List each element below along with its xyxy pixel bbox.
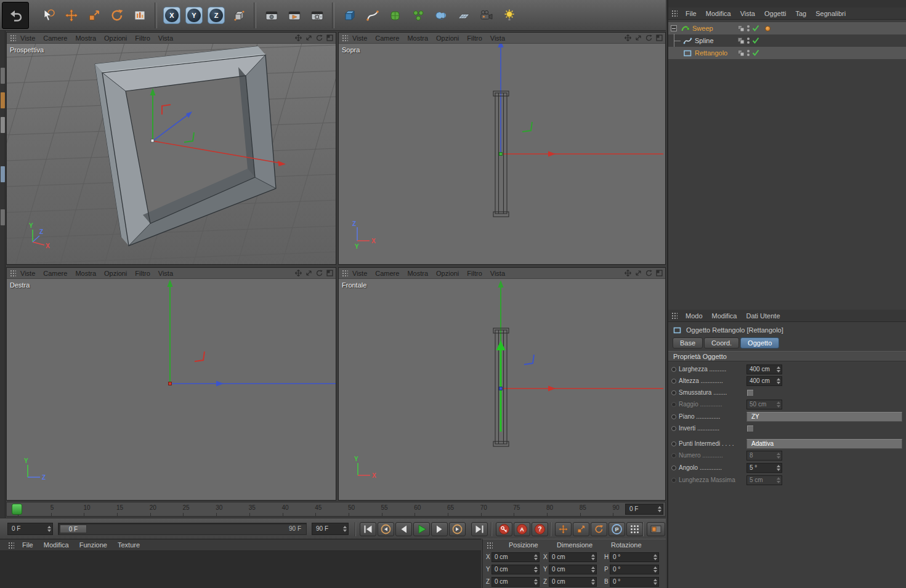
enabled-check-icon[interactable] <box>752 37 759 44</box>
goto-start-button[interactable] <box>360 522 376 536</box>
grip-icon[interactable] <box>671 312 677 320</box>
menu-texture[interactable]: Texture <box>118 541 140 549</box>
menu-opzioni[interactable]: Opzioni <box>104 270 127 277</box>
record-pla-button[interactable] <box>626 522 643 536</box>
object-name[interactable]: Sweep <box>692 25 713 32</box>
current-frame-field[interactable]: 0 F <box>7 523 53 535</box>
slider-handle[interactable]: 0 F <box>60 525 87 533</box>
menu-vista[interactable]: Vista <box>490 270 505 277</box>
spinner[interactable] <box>775 452 781 459</box>
tag-dot[interactable] <box>765 26 771 31</box>
grip-icon[interactable] <box>671 10 677 17</box>
menu-modifica[interactable]: Modifica <box>44 541 69 549</box>
menu-filtro[interactable]: Filtro <box>467 34 482 42</box>
move-tool-button[interactable] <box>60 3 82 28</box>
animation-dot[interactable] <box>671 453 676 458</box>
viewport-perspective[interactable]: Y X Z Viste Camere Mostra Opzioni Filtro… <box>6 32 336 265</box>
floor-button[interactable] <box>453 3 474 28</box>
spinner[interactable] <box>590 578 596 586</box>
spinner[interactable] <box>775 477 781 484</box>
grip-icon[interactable] <box>10 270 16 277</box>
tab-coord[interactable]: Coord. <box>704 337 739 348</box>
rot-h-field[interactable]: 0 ° <box>610 552 659 562</box>
spinner[interactable] <box>652 566 658 573</box>
object-name[interactable]: Spline <box>695 37 714 44</box>
menu-oggetti[interactable]: Oggetti <box>764 10 786 17</box>
autokey-button[interactable]: A <box>514 522 530 536</box>
zoom-icon[interactable] <box>634 34 642 42</box>
grip-icon[interactable] <box>10 34 16 42</box>
menu-tag[interactable]: Tag <box>795 10 806 17</box>
animation-dot[interactable] <box>671 465 676 470</box>
rot-p-field[interactable]: 0 ° <box>610 565 659 574</box>
render-view-button[interactable] <box>261 3 282 28</box>
toggle-view-icon[interactable] <box>655 269 663 277</box>
timeline-frame-field[interactable]: 0 F <box>625 504 663 515</box>
tab-base[interactable]: Base <box>673 337 703 348</box>
menu-modifica[interactable]: Modifica <box>712 312 737 320</box>
pan-icon[interactable] <box>624 34 632 42</box>
record-options-button[interactable]: ? <box>532 522 548 536</box>
spinner[interactable] <box>533 554 538 561</box>
layer-toggle-icon[interactable] <box>738 50 745 57</box>
layer-toggle-icon[interactable] <box>738 25 745 32</box>
dim-z-field[interactable]: 0 cm <box>549 577 597 587</box>
viewport-top[interactable]: Z Y X Viste Camere Mostra Opzioni Filtro… <box>338 32 666 265</box>
goto-end-button[interactable] <box>471 522 488 536</box>
layer-toggle-icon[interactable] <box>738 38 745 44</box>
record-parameter-button[interactable]: P <box>609 522 625 536</box>
render-settings-button[interactable] <box>306 3 328 28</box>
animation-dot[interactable] <box>671 441 676 446</box>
inverti-checkbox[interactable] <box>746 425 754 432</box>
spinner[interactable] <box>657 505 662 513</box>
punti-intermedi-dropdown[interactable]: Adattiva <box>746 439 902 449</box>
menu-camere[interactable]: Camere <box>375 270 399 277</box>
undo-button[interactable] <box>2 2 29 29</box>
viewport-label[interactable]: Sopra <box>342 46 360 54</box>
spinner[interactable] <box>590 554 596 561</box>
dim-y-field[interactable]: 0 cm <box>549 565 597 574</box>
zoom-icon[interactable] <box>305 34 313 42</box>
left-toolbar-strip[interactable] <box>0 31 6 588</box>
dim-x-field[interactable]: 0 cm <box>549 552 597 562</box>
spline-pen-button[interactable] <box>362 3 383 28</box>
record-scale-button[interactable] <box>573 522 589 536</box>
record-key-button[interactable] <box>496 522 512 536</box>
menu-camere[interactable]: Camere <box>43 34 67 42</box>
object-tree[interactable]: Sweep Spline <box>668 20 906 307</box>
menu-filtro[interactable]: Filtro <box>467 270 482 277</box>
toggle-view-icon[interactable] <box>326 269 334 277</box>
material-list-area[interactable] <box>0 551 481 588</box>
menu-opzioni[interactable]: Opzioni <box>436 34 459 42</box>
coordinate-system-button[interactable] <box>228 3 249 28</box>
menu-mostra[interactable]: Mostra <box>75 270 96 277</box>
add-cube-button[interactable] <box>339 3 360 28</box>
current-frame-marker[interactable] <box>12 504 22 515</box>
animation-dot[interactable] <box>671 478 676 483</box>
right-canvas[interactable]: Y Z <box>7 268 336 501</box>
light-button[interactable] <box>498 3 520 28</box>
menu-modo[interactable]: Modo <box>686 312 703 320</box>
smussatura-checkbox[interactable] <box>746 389 754 397</box>
menu-viste[interactable]: Viste <box>20 270 35 277</box>
visibility-dots[interactable] <box>747 25 750 31</box>
toggle-view-icon[interactable] <box>326 34 334 42</box>
animation-dot[interactable] <box>671 390 676 395</box>
rot-b-field[interactable]: 0 ° <box>610 577 659 587</box>
menu-mostra[interactable]: Mostra <box>407 34 428 42</box>
visibility-dots[interactable] <box>747 38 750 44</box>
enabled-check-icon[interactable] <box>752 49 759 57</box>
lock-z-button[interactable]: Z <box>208 7 225 24</box>
object-row-spline[interactable]: Spline <box>668 34 906 47</box>
menu-vista[interactable]: Vista <box>740 10 755 17</box>
pos-x-field[interactable]: 0 cm <box>491 552 540 562</box>
spinner[interactable] <box>46 524 52 534</box>
grip-icon[interactable] <box>487 542 493 549</box>
spinner[interactable] <box>775 464 781 472</box>
piano-dropdown[interactable]: ZY <box>746 412 902 422</box>
grip-icon[interactable] <box>342 34 348 42</box>
menu-dati-utente[interactable]: Dati Utente <box>746 312 780 320</box>
menu-segnalibri[interactable]: Segnalibri <box>815 10 846 17</box>
array-button[interactable] <box>407 3 429 28</box>
spinner[interactable] <box>342 524 347 534</box>
